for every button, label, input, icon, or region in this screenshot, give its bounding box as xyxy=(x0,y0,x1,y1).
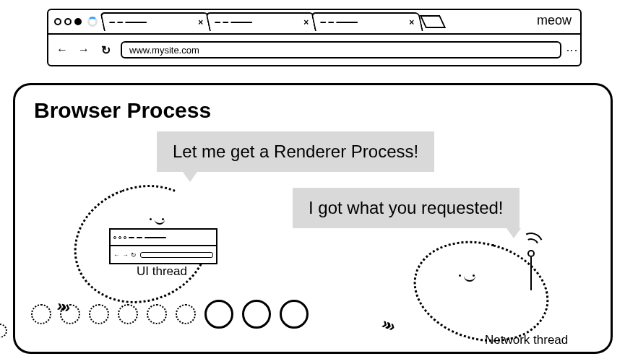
mini-browser-icon: ←→↻ xyxy=(109,228,217,264)
traffic-lights xyxy=(54,18,82,25)
traffic-light-icon xyxy=(74,18,82,25)
url-input[interactable]: www.mysite.com xyxy=(121,41,561,58)
close-tab-icon[interactable]: × xyxy=(409,17,414,27)
network-thread-character: Network thread »» xyxy=(405,235,579,358)
chevrons-icon: »» xyxy=(379,314,395,335)
pipeline-edge-icon xyxy=(0,324,7,338)
data-packet-icon xyxy=(280,300,309,329)
forward-arrow-icon[interactable]: → xyxy=(77,43,90,56)
network-thread-label: Network thread xyxy=(485,333,568,347)
pipeline-slot-icon xyxy=(89,304,109,324)
process-title: Browser Process xyxy=(34,98,211,123)
traffic-light-icon xyxy=(64,18,72,25)
speech-tail-icon xyxy=(183,172,197,182)
browser-process-box: Browser Process Let me get a Renderer Pr… xyxy=(13,83,613,354)
tab-strip: × × × meow xyxy=(48,10,580,35)
pipeline-slot-icon xyxy=(60,304,80,324)
pipeline-slot-icon xyxy=(147,304,167,324)
reload-icon[interactable]: ↻ xyxy=(99,43,112,57)
pipeline-slot-icon xyxy=(176,304,196,324)
browser-chrome-mockup: × × × meow ← → ↻ www.mysite.com ⋮ xyxy=(47,9,582,66)
new-tab-button[interactable] xyxy=(420,15,446,28)
ui-thread-label: UI thread xyxy=(137,264,187,279)
network-thread-speech-bubble: I got what you requested! xyxy=(293,188,520,228)
loading-spinner-icon xyxy=(87,17,98,27)
brand-label: meow xyxy=(537,13,572,28)
address-bar-row: ← → ↻ www.mysite.com ⋮ xyxy=(48,35,580,65)
browser-tab[interactable]: × xyxy=(100,12,212,31)
data-packet-icon xyxy=(204,300,233,329)
data-pipeline xyxy=(31,300,309,329)
antenna-icon xyxy=(521,240,543,290)
pipeline-slot-icon xyxy=(118,304,138,324)
browser-tab[interactable]: × xyxy=(311,12,423,31)
close-tab-icon[interactable]: × xyxy=(303,17,309,27)
pipeline-slot-icon xyxy=(31,304,51,324)
ui-thread-character: ←→↻ UI thread »» xyxy=(73,186,232,316)
data-packet-icon xyxy=(242,300,271,329)
browser-tab[interactable]: × xyxy=(205,12,318,31)
traffic-light-icon xyxy=(54,18,61,25)
back-arrow-icon[interactable]: ← xyxy=(56,43,69,56)
ui-thread-speech-bubble: Let me get a Renderer Process! xyxy=(157,131,434,172)
menu-dots-icon[interactable]: ⋮ xyxy=(570,45,573,55)
url-text: www.mysite.com xyxy=(129,45,199,56)
close-tab-icon[interactable]: × xyxy=(198,17,203,27)
